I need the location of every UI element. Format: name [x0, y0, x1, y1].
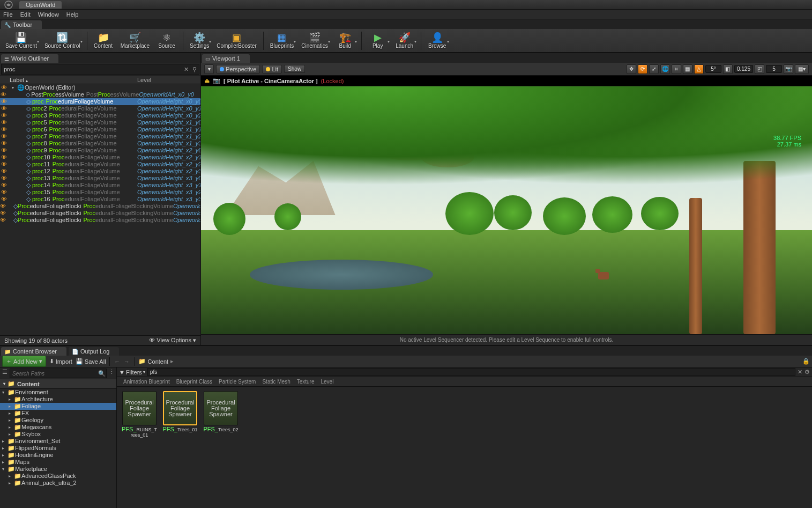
outliner-row[interactable]: 👁◇proc15ProceduralFoliageVolumeOpenworld… [0, 189, 200, 196]
visibility-icon[interactable]: 👁 [0, 91, 8, 98]
outliner-row-world[interactable]: 👁▾🌐OpenWorld (Editor) [0, 84, 200, 91]
scale-snap-button[interactable]: ◰ [755, 64, 764, 74]
outliner-col-level[interactable]: Level [137, 77, 200, 83]
filter-tag[interactable]: Static Mesh [262, 379, 290, 385]
nav-back-button[interactable]: ← [113, 358, 122, 365]
outliner-list[interactable]: 👁▾🌐OpenWorld (Editor)👁◇PostProcessVolume… [0, 84, 200, 335]
source-control-button[interactable]: 🔃 Source Control ▾ [41, 30, 84, 51]
visibility-icon[interactable]: 👁 [0, 84, 8, 91]
menu-edit[interactable]: Edit [20, 11, 31, 18]
lock-button[interactable]: 🔒 [802, 358, 810, 365]
expand-icon[interactable]: ▸ [2, 445, 8, 452]
outliner-row[interactable]: 👁◇ProceduralFoliageBlockiProceduralFolia… [0, 210, 200, 217]
source-button[interactable]: ⚛ Source [154, 30, 180, 51]
tree-item[interactable]: ▸📁Maps [0, 459, 116, 466]
visibility-icon[interactable]: 👁 [0, 203, 6, 210]
cb-assets-grid[interactable]: ProceduralFoliageSpawnerPFS_RUINS_Trees_… [117, 387, 812, 508]
outliner-row[interactable]: 👁◇proc3ProceduralFoliageVolumeOpenworldH… [0, 112, 200, 119]
asset-tile[interactable]: ProceduralFoliageSpawnerPFS_Trees_02 [203, 391, 239, 432]
visibility-icon[interactable]: 👁 [0, 112, 8, 119]
tree-item[interactable]: ▾📁Environment [0, 389, 116, 396]
menu-file[interactable]: File [3, 11, 13, 18]
tree-item[interactable]: ▸📁Environment_Set [0, 438, 116, 445]
visibility-icon[interactable]: 👁 [0, 119, 8, 126]
rotate-gizmo-button[interactable]: ⟳ [638, 64, 647, 74]
chevron-down-icon[interactable]: ▾ [447, 39, 449, 44]
expand-icon[interactable]: ▾ [2, 466, 8, 473]
outliner-row[interactable]: 👁◇proc11ProceduralFoliageVolumeOpenworld… [0, 161, 200, 168]
content-button[interactable]: 📁 Content [91, 30, 116, 51]
chevron-down-icon[interactable]: ▾ [355, 39, 357, 44]
chevron-down-icon[interactable]: ▾ [328, 39, 330, 44]
angle-snap-value[interactable]: 5° [705, 65, 721, 73]
visibility-icon[interactable]: 👁 [0, 168, 8, 175]
filter-tag[interactable]: Blueprint Class [176, 379, 212, 385]
filter-sources-icon[interactable]: ⋮ [108, 369, 115, 378]
lit-button[interactable]: Lit [262, 65, 282, 73]
tree-item[interactable]: ▸📁FlippedNormals [0, 445, 116, 452]
tree-item[interactable]: ▸📁Foliage [0, 403, 116, 410]
content-browser-tab[interactable]: 📁 Content Browser [1, 347, 66, 356]
outliner-row[interactable]: 👁◇proc12ProceduralFoliageVolumeOpenworld… [0, 168, 200, 175]
cb-tree-search[interactable]: 🔍 [10, 369, 107, 378]
visibility-icon[interactable]: 👁 [0, 126, 8, 133]
expand-icon[interactable]: ▸ [9, 473, 14, 480]
chevron-down-icon[interactable]: ▾ [414, 39, 416, 44]
surface-snap-button[interactable]: ⌗ [672, 64, 681, 74]
outliner-row[interactable]: 👁◇proc16ProceduralFoliageVolumeOpenworld… [0, 196, 200, 203]
settings-button[interactable]: ⚙️ Settings ▾ [187, 30, 212, 51]
viewport-tab[interactable]: ▭ Viewport 1 [202, 54, 250, 63]
outliner-row[interactable]: 👁◇proc9ProceduralFoliageVolumeOpenworldH… [0, 147, 200, 154]
tree-item[interactable]: ▾📁Marketplace [0, 466, 116, 473]
camera-icon[interactable]: 📷 [213, 77, 220, 84]
filter-tag[interactable]: Animation Blueprint [123, 379, 170, 385]
filter-tag[interactable]: Particle System [219, 379, 256, 385]
outliner-search[interactable]: ✕ ⚲ [1, 64, 199, 75]
visibility-icon[interactable]: 👁 [0, 147, 8, 154]
tree-item[interactable]: ▸📁Geology [0, 417, 116, 424]
viewport-canvas[interactable]: 38.77 FPS 27.37 ms [201, 86, 812, 334]
chevron-down-icon[interactable]: ▾ [37, 39, 39, 44]
outliner-row[interactable]: 👁◇proc6ProceduralFoliageVolumeOpenworldH… [0, 126, 200, 133]
import-button[interactable]: ⬇Import [49, 358, 72, 365]
cb-asset-search-input[interactable] [147, 368, 795, 376]
outliner-row[interactable]: 👁◇proc10ProceduralFoliageVolumeOpenworld… [0, 154, 200, 161]
visibility-icon[interactable]: 👁 [0, 217, 6, 224]
tree-item[interactable]: ▸📁FX [0, 410, 116, 417]
clear-search-icon[interactable]: ✕ [798, 369, 802, 376]
visibility-icon[interactable]: 👁 [0, 154, 8, 161]
visibility-icon[interactable]: 👁 [0, 98, 8, 105]
toolbar-tab[interactable]: 🔧 Toolbar [1, 20, 42, 29]
build-button[interactable]: 🏗️ Build ▾ [332, 30, 358, 51]
tree-item[interactable]: ▸📁HoudiniEngine [0, 452, 116, 459]
visibility-icon[interactable]: 👁 [0, 196, 8, 203]
cinematics-button[interactable]: 🎬 Cinematics ▾ [298, 30, 331, 51]
save-current-button[interactable]: 💾 Save Current ▾ [2, 30, 40, 51]
tree-item[interactable]: ▸📁Animal_pack_ultra_2 [0, 480, 116, 487]
outliner-col-label[interactable]: Label ▴ [0, 77, 137, 83]
expand-icon[interactable]: ▾ [2, 389, 8, 396]
camera-speed-button[interactable]: 📷 [784, 64, 793, 74]
maximize-viewport-button[interactable]: ▦▾ [795, 64, 809, 74]
viewport-options-button[interactable]: ▾ [204, 64, 214, 74]
expand-icon[interactable]: ▸ [9, 396, 14, 403]
expand-icon[interactable]: ▸ [2, 452, 8, 459]
visibility-icon[interactable]: 👁 [0, 210, 6, 217]
tree-item[interactable]: ▸📁Skybox [0, 431, 116, 438]
outliner-row[interactable]: 👁◇proc2ProceduralFoliageVolumeOpenworldH… [0, 105, 200, 112]
menu-help[interactable]: Help [66, 11, 79, 18]
visibility-icon[interactable]: 👁 [0, 140, 8, 147]
tree-item[interactable]: ▸📁Megascans [0, 424, 116, 431]
filter-tag[interactable]: Level [321, 379, 334, 385]
chevron-down-icon[interactable]: ▾ [294, 39, 296, 44]
outliner-row[interactable]: 👁◇ProceduralFoliageBlockiProceduralFolia… [0, 217, 200, 224]
breadcrumb[interactable]: 📁 Content ▸ [138, 358, 174, 365]
outliner-search-input[interactable] [2, 65, 182, 73]
world-outliner-tab[interactable]: ☰ World Outliner [1, 54, 58, 63]
cb-tree-search-input[interactable] [10, 371, 98, 377]
coord-space-button[interactable]: 🌐 [660, 64, 670, 74]
angle-snap-button[interactable]: △ [694, 64, 704, 74]
menu-window[interactable]: Window [38, 11, 59, 18]
breadcrumb-content[interactable]: Content [148, 358, 169, 365]
view-options-button[interactable]: 👁 View Options ▾ [149, 337, 196, 344]
